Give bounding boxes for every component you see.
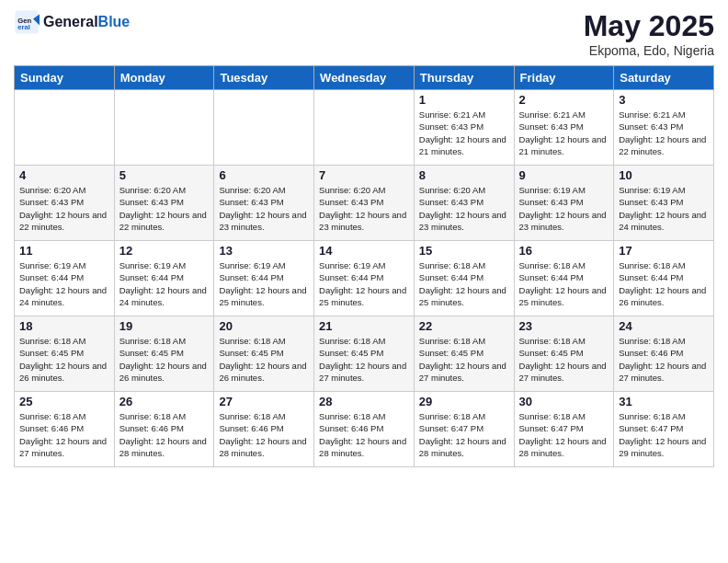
day-info: Sunrise: 6:19 AM Sunset: 6:43 PM Dayligh… [519, 184, 609, 233]
calendar-header-row: Sunday Monday Tuesday Wednesday Thursday… [15, 66, 714, 90]
calendar-cell-w1-d5: 9Sunrise: 6:19 AM Sunset: 6:43 PM Daylig… [514, 166, 614, 241]
calendar-cell-w2-d0: 11Sunrise: 6:19 AM Sunset: 6:44 PM Dayli… [15, 241, 115, 316]
calendar-cell-w3-d5: 23Sunrise: 6:18 AM Sunset: 6:45 PM Dayli… [514, 316, 614, 392]
day-number: 25 [19, 395, 109, 408]
day-number: 19 [119, 319, 210, 333]
calendar-cell-w0-d6: 3Sunrise: 6:21 AM Sunset: 6:43 PM Daylig… [614, 90, 714, 166]
day-info: Sunrise: 6:19 AM Sunset: 6:43 PM Dayligh… [619, 184, 709, 233]
day-number: 30 [519, 395, 609, 408]
calendar-cell-w3-d2: 20Sunrise: 6:18 AM Sunset: 6:45 PM Dayli… [214, 316, 314, 392]
calendar-cell-w0-d0 [15, 90, 115, 166]
day-info: Sunrise: 6:18 AM Sunset: 6:45 PM Dayligh… [119, 335, 210, 384]
calendar-cell-w0-d2 [214, 90, 314, 166]
calendar-cell-w1-d2: 6Sunrise: 6:20 AM Sunset: 6:43 PM Daylig… [214, 166, 314, 241]
calendar-cell-w4-d3: 28Sunrise: 6:18 AM Sunset: 6:46 PM Dayli… [314, 392, 415, 467]
calendar-cell-w1-d6: 10Sunrise: 6:19 AM Sunset: 6:43 PM Dayli… [614, 166, 714, 241]
day-info: Sunrise: 6:18 AM Sunset: 6:45 PM Dayligh… [419, 335, 509, 384]
calendar-cell-w4-d1: 26Sunrise: 6:18 AM Sunset: 6:46 PM Dayli… [114, 392, 214, 467]
col-monday: Monday [114, 66, 214, 90]
day-number: 9 [519, 168, 609, 182]
calendar-cell-w0-d4: 1Sunrise: 6:21 AM Sunset: 6:43 PM Daylig… [414, 90, 514, 166]
day-info: Sunrise: 6:18 AM Sunset: 6:46 PM Dayligh… [319, 410, 409, 459]
logo-general: General [43, 14, 98, 29]
calendar-cell-w2-d4: 15Sunrise: 6:18 AM Sunset: 6:44 PM Dayli… [414, 241, 514, 316]
page: Gen eral GeneralBlue May 2025 Ekpoma, Ed… [0, 0, 728, 563]
day-number: 26 [119, 395, 210, 408]
day-number: 7 [319, 168, 409, 182]
day-info: Sunrise: 6:18 AM Sunset: 6:45 PM Dayligh… [219, 335, 309, 384]
title-block: May 2025 Ekpoma, Edo, Nigeria [584, 9, 714, 58]
day-number: 13 [219, 244, 309, 258]
col-friday: Friday [514, 66, 614, 90]
day-number: 18 [19, 319, 109, 333]
day-info: Sunrise: 6:19 AM Sunset: 6:44 PM Dayligh… [119, 259, 210, 308]
day-info: Sunrise: 6:18 AM Sunset: 6:46 PM Dayligh… [119, 410, 210, 459]
logo-blue: Blue [98, 14, 131, 29]
day-number: 2 [519, 93, 609, 107]
calendar-cell-w3-d4: 22Sunrise: 6:18 AM Sunset: 6:45 PM Dayli… [414, 316, 514, 392]
calendar-cell-w1-d1: 5Sunrise: 6:20 AM Sunset: 6:43 PM Daylig… [114, 166, 214, 241]
day-number: 14 [319, 244, 409, 258]
day-info: Sunrise: 6:19 AM Sunset: 6:44 PM Dayligh… [319, 259, 409, 308]
calendar-cell-w1-d4: 8Sunrise: 6:20 AM Sunset: 6:43 PM Daylig… [414, 166, 514, 241]
day-info: Sunrise: 6:21 AM Sunset: 6:43 PM Dayligh… [619, 109, 709, 157]
day-info: Sunrise: 6:18 AM Sunset: 6:46 PM Dayligh… [619, 335, 709, 384]
day-info: Sunrise: 6:18 AM Sunset: 6:44 PM Dayligh… [519, 259, 609, 308]
day-number: 6 [219, 168, 309, 182]
day-number: 20 [219, 319, 309, 333]
calendar-cell-w0-d1 [114, 90, 214, 166]
col-saturday: Saturday [614, 66, 714, 90]
calendar-cell-w1-d3: 7Sunrise: 6:20 AM Sunset: 6:43 PM Daylig… [314, 166, 415, 241]
day-info: Sunrise: 6:18 AM Sunset: 6:45 PM Dayligh… [519, 335, 609, 384]
day-info: Sunrise: 6:18 AM Sunset: 6:44 PM Dayligh… [619, 259, 709, 308]
calendar-cell-w4-d2: 27Sunrise: 6:18 AM Sunset: 6:46 PM Dayli… [214, 392, 314, 467]
week-row-1: 4Sunrise: 6:20 AM Sunset: 6:43 PM Daylig… [15, 166, 714, 241]
day-number: 8 [419, 168, 509, 182]
col-tuesday: Tuesday [214, 66, 314, 90]
day-info: Sunrise: 6:18 AM Sunset: 6:46 PM Dayligh… [219, 410, 309, 459]
logo: Gen eral GeneralBlue [14, 9, 130, 35]
calendar-cell-w0-d3 [314, 90, 415, 166]
day-info: Sunrise: 6:20 AM Sunset: 6:43 PM Dayligh… [319, 184, 409, 233]
calendar-cell-w4-d0: 25Sunrise: 6:18 AM Sunset: 6:46 PM Dayli… [15, 392, 115, 467]
calendar-cell-w3-d6: 24Sunrise: 6:18 AM Sunset: 6:46 PM Dayli… [614, 316, 714, 392]
day-info: Sunrise: 6:20 AM Sunset: 6:43 PM Dayligh… [119, 184, 210, 233]
day-number: 10 [619, 168, 709, 182]
day-number: 22 [419, 319, 509, 333]
day-info: Sunrise: 6:20 AM Sunset: 6:43 PM Dayligh… [419, 184, 509, 233]
week-row-3: 18Sunrise: 6:18 AM Sunset: 6:45 PM Dayli… [15, 316, 714, 392]
week-row-0: 1Sunrise: 6:21 AM Sunset: 6:43 PM Daylig… [15, 90, 714, 166]
day-number: 1 [419, 93, 509, 107]
calendar-cell-w4-d5: 30Sunrise: 6:18 AM Sunset: 6:47 PM Dayli… [514, 392, 614, 467]
day-info: Sunrise: 6:20 AM Sunset: 6:43 PM Dayligh… [219, 184, 309, 233]
day-number: 24 [619, 319, 709, 333]
calendar-table: Sunday Monday Tuesday Wednesday Thursday… [14, 65, 714, 467]
col-wednesday: Wednesday [314, 66, 415, 90]
day-number: 23 [519, 319, 609, 333]
day-info: Sunrise: 6:18 AM Sunset: 6:44 PM Dayligh… [419, 259, 509, 308]
day-info: Sunrise: 6:18 AM Sunset: 6:47 PM Dayligh… [519, 410, 609, 459]
day-number: 15 [419, 244, 509, 258]
day-number: 29 [419, 395, 509, 408]
calendar-cell-w3-d1: 19Sunrise: 6:18 AM Sunset: 6:45 PM Dayli… [114, 316, 214, 392]
header: Gen eral GeneralBlue May 2025 Ekpoma, Ed… [14, 9, 714, 58]
day-info: Sunrise: 6:18 AM Sunset: 6:45 PM Dayligh… [19, 335, 109, 384]
logo-icon: Gen eral [14, 9, 40, 35]
day-info: Sunrise: 6:19 AM Sunset: 6:44 PM Dayligh… [19, 259, 109, 308]
calendar-cell-w4-d4: 29Sunrise: 6:18 AM Sunset: 6:47 PM Dayli… [414, 392, 514, 467]
day-info: Sunrise: 6:21 AM Sunset: 6:43 PM Dayligh… [519, 109, 609, 157]
day-number: 27 [219, 395, 309, 408]
day-info: Sunrise: 6:19 AM Sunset: 6:44 PM Dayligh… [219, 259, 309, 308]
day-number: 11 [19, 244, 109, 258]
calendar-cell-w4-d6: 31Sunrise: 6:18 AM Sunset: 6:47 PM Dayli… [614, 392, 714, 467]
day-number: 5 [119, 168, 210, 182]
day-number: 4 [19, 168, 109, 182]
location: Ekpoma, Edo, Nigeria [584, 43, 714, 58]
day-info: Sunrise: 6:18 AM Sunset: 6:47 PM Dayligh… [419, 410, 509, 459]
week-row-2: 11Sunrise: 6:19 AM Sunset: 6:44 PM Dayli… [15, 241, 714, 316]
calendar-cell-w2-d3: 14Sunrise: 6:19 AM Sunset: 6:44 PM Dayli… [314, 241, 415, 316]
calendar-cell-w2-d2: 13Sunrise: 6:19 AM Sunset: 6:44 PM Dayli… [214, 241, 314, 316]
day-info: Sunrise: 6:18 AM Sunset: 6:45 PM Dayligh… [319, 335, 409, 384]
col-thursday: Thursday [414, 66, 514, 90]
day-number: 17 [619, 244, 709, 258]
